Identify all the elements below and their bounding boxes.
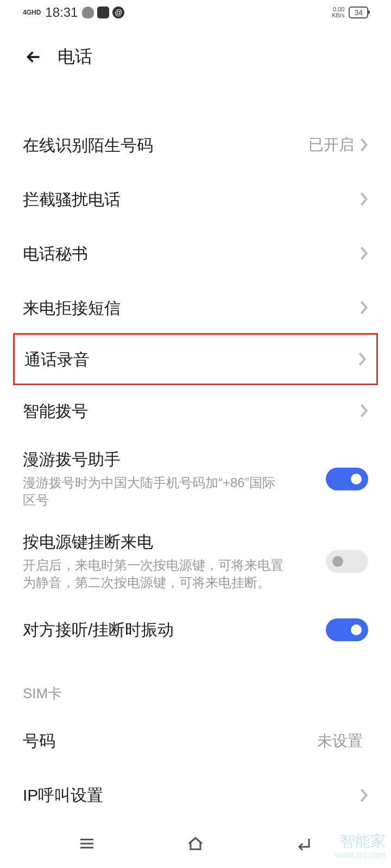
return-icon	[294, 834, 314, 853]
settings-item-0[interactable]: 在线识别陌生号码已开启	[0, 118, 391, 172]
item-title: 来电拒接短信	[23, 297, 360, 318]
chevron-right-icon	[360, 300, 368, 315]
settings-item-4[interactable]: 通话录音	[13, 333, 378, 385]
settings-item-6[interactable]: 漫游拨号助手漫游拨号时为中国大陆手机号码加“+86”国际区号	[0, 438, 391, 520]
sim-item-0[interactable]: 号码未设置	[0, 714, 391, 768]
item-title: 通话录音	[24, 349, 358, 370]
chevron-right-icon	[360, 192, 368, 207]
chevron-right-icon	[360, 137, 368, 152]
notification-icon	[97, 7, 109, 18]
settings-item-7[interactable]: 按电源键挂断来电开启后，来电时第一次按电源键，可将来电置为静音，第二次按电源键，…	[0, 520, 391, 603]
status-notification-icons: @	[82, 7, 124, 18]
item-title: 对方接听/挂断时振动	[23, 619, 326, 640]
sim-item-1[interactable]: IP呼叫设置	[0, 768, 391, 822]
settings-item-8[interactable]: 对方接听/挂断时振动	[0, 603, 391, 657]
arrow-left-icon	[24, 47, 43, 67]
toggle-switch[interactable]	[326, 618, 368, 641]
page-header: 电话	[0, 24, 391, 91]
item-content: 按电源键挂断来电开启后，来电时第一次按电源键，可将来电置为静音，第二次按电源键，…	[23, 520, 326, 603]
item-content: 电话秘书	[23, 232, 360, 275]
signal-indicator: 4GHD	[23, 9, 41, 16]
toggle-switch[interactable]	[326, 550, 368, 573]
cloud-icon	[82, 7, 94, 18]
item-content: 来电拒接短信	[23, 286, 360, 329]
item-content: 漫游拨号助手漫游拨号时为中国大陆手机号码加“+86”国际区号	[23, 438, 326, 520]
item-subtitle: 开启后，来电时第一次按电源键，可将来电置为静音，第二次按电源键，可将来电挂断。	[23, 557, 326, 592]
item-title: 号码	[23, 730, 317, 751]
item-content: 通话录音	[24, 338, 358, 381]
chevron-right-icon	[360, 788, 368, 803]
item-content: IP呼叫设置	[23, 774, 360, 816]
status-bar: 4GHD 18:31 @ 0.00 KB/s 34	[0, 0, 391, 24]
back-nav-button[interactable]	[292, 832, 316, 856]
settings-item-5[interactable]: 智能拨号	[0, 384, 391, 438]
item-title: 拦截骚扰电话	[23, 189, 360, 210]
menu-icon	[77, 834, 97, 853]
status-right: 0.00 KB/s 34	[332, 7, 368, 18]
back-button[interactable]	[23, 46, 45, 68]
item-value: 未设置	[317, 731, 363, 751]
toggle-switch[interactable]	[326, 468, 368, 490]
item-content: 在线识别陌生号码	[23, 124, 308, 167]
item-content: 智能拨号	[23, 390, 360, 432]
item-title: IP呼叫设置	[23, 784, 360, 806]
chevron-right-icon	[358, 352, 367, 367]
settings-list: 在线识别陌生号码已开启拦截骚扰电话电话秘书来电拒接短信通话录音智能拨号漫游拨号助…	[0, 91, 391, 657]
circle-icon: @	[112, 7, 124, 18]
item-title: 电话秘书	[23, 243, 360, 264]
battery-indicator: 34	[349, 7, 368, 18]
settings-item-3[interactable]: 来电拒接短信	[0, 280, 391, 335]
home-button[interactable]	[184, 832, 207, 856]
sim-settings-list: 号码未设置IP呼叫设置	[0, 714, 391, 822]
recent-apps-button[interactable]	[75, 832, 99, 856]
settings-item-2[interactable]: 电话秘书	[0, 226, 391, 280]
item-content: 号码	[23, 719, 317, 762]
network-speed: 0.00 KB/s	[332, 7, 344, 18]
item-value: 已开启	[308, 135, 354, 155]
home-icon	[186, 834, 205, 853]
toggle-knob	[351, 474, 362, 484]
clock: 18:31	[45, 5, 78, 20]
toggle-knob	[332, 556, 343, 567]
settings-item-1[interactable]: 拦截骚扰电话	[0, 172, 391, 226]
toggle-knob	[351, 624, 362, 635]
item-content: 拦截骚扰电话	[23, 178, 360, 221]
item-title: 在线识别陌生号码	[23, 135, 308, 156]
chevron-right-icon	[360, 246, 368, 261]
item-content: 对方接听/挂断时振动	[23, 608, 326, 651]
item-title: 漫游拨号助手	[23, 449, 326, 470]
section-header-sim: SIM卡	[0, 657, 391, 714]
status-left: 4GHD 18:31 @	[23, 5, 124, 20]
item-subtitle: 漫游拨号时为中国大陆手机号码加“+86”国际区号	[23, 474, 326, 509]
page-title: 电话	[58, 45, 92, 69]
item-title: 按电源键挂断来电	[23, 531, 326, 552]
navigation-bar	[0, 819, 391, 868]
chevron-right-icon	[360, 403, 368, 418]
item-title: 智能拨号	[23, 400, 360, 422]
